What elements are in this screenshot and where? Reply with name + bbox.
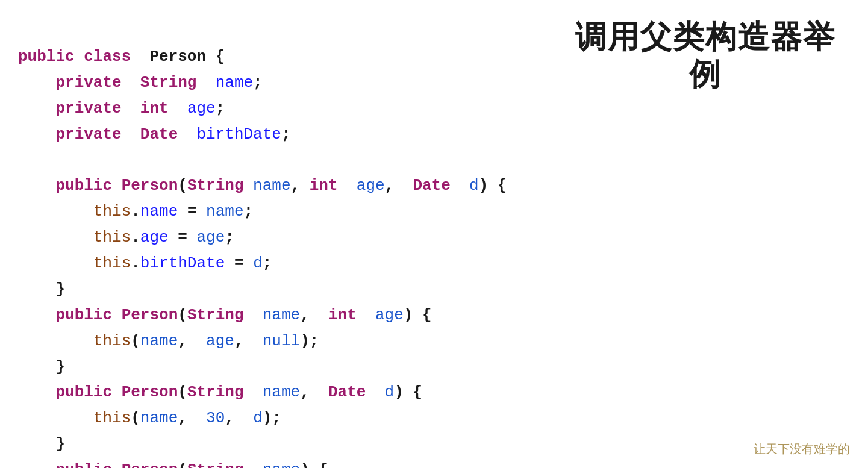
page-container: public class Person { private String nam… [0, 0, 868, 468]
code-block: public class Person { private String nam… [18, 18, 561, 468]
watermark: 让天下没有难学的 [754, 441, 850, 457]
title-section: 调用父类构造器举例 [561, 12, 850, 456]
page-title: 调用父类构造器举例 [561, 18, 850, 93]
code-section: public class Person { private String nam… [18, 12, 561, 456]
